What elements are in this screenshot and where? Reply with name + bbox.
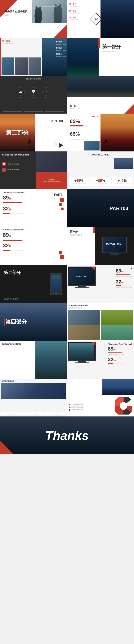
stat-box-1: +65% PLEASE REPORT TITLE HERE — [68, 177, 89, 186]
monitor-body: POWER POINT BS — [102, 237, 127, 256]
phone-bottom-text: 这里是填写你的标题内容 — [4, 298, 19, 300]
toc-right-photo — [101, 0, 134, 38]
runner-right — [104, 139, 108, 147]
slide11-label: PLEASE REPORT THIS HERE — [3, 191, 24, 193]
parts-grid: 请在此处填写副标题 请在此处填写副标题 请在此处填写副标题 — [1, 412, 66, 416]
bar89-fill — [3, 202, 22, 203]
section-labels-right: 第一部分 请在此处填写副标题 第二部分 请在此处填写副标题 第三部分 请在此处填… — [56, 41, 66, 58]
slide-part2-big: 第二部分 PART01 PLEASE REPORT TITLE HERE PAR… — [0, 114, 67, 152]
part01-box: 请在此处填写副标题 — [1, 412, 22, 416]
slide-section-thumbs: 第一部分 请在此处填写副标题 第一部分 请在此处填写副标题 第二部分 请在此处填… — [0, 38, 67, 76]
slide-part2-phone: 第二部分 这里是填写你的标题内容 — [0, 265, 67, 303]
stat-box-3: +40% PLEASE REPORT TITLE HERE — [112, 177, 133, 186]
red-accent-bar — [98, 38, 100, 48]
red-sq-2 — [59, 203, 62, 206]
bottom-labels — [3, 111, 64, 112]
thumb-row — [1, 58, 41, 75]
icon-wechat: 💬 微信 — [29, 88, 38, 98]
stat-box-2: +85% PLEASE REPORT TITLE HERE — [90, 177, 111, 186]
tiles-sub: 这里填写你的标题内容 — [69, 307, 82, 309]
monitor-left: POWER POINT — [68, 266, 96, 288]
slide13-bar89-fill — [3, 240, 22, 240]
landscape-small — [114, 158, 133, 169]
toc-item-1: 第一部分 请在此处填写副标题 — [69, 3, 91, 7]
please-add-title-2: 填写你的标题内容 — [2, 380, 14, 382]
monitor-area: POWER POINT BS — [95, 227, 134, 265]
monitor-body-r — [68, 342, 96, 361]
slide-stats-89-32-right: PLEASE REPORT THIS HERE 89% 32% + — [0, 227, 67, 265]
img-2 — [101, 310, 133, 324]
section-header: 第一部分 请在此处填写副标题 — [2, 40, 13, 44]
toc-item-3: 第二部分 请在此处填写副标题 — [69, 16, 91, 21]
bar1-bg — [70, 125, 85, 126]
bar32-r-fill — [116, 286, 121, 286]
red-sq-1 — [60, 198, 64, 202]
slide13-pct32: 32% — [3, 242, 11, 249]
red-tri-br — [125, 104, 134, 114]
your-title: YOUR TITLE HERE — [92, 154, 109, 156]
slide-content-right-img: 这里填写你的标题内容 — [0, 341, 67, 378]
plus-icon-r: + — [130, 266, 133, 270]
bar1-fill — [70, 125, 83, 126]
plus-icon: + — [62, 229, 64, 234]
slide-stats-sunset: 85% PLEASE REPORT THIS HERE 65% PLEASE R… — [67, 114, 134, 152]
slide13-bar89-bg — [3, 240, 24, 240]
icon-cloud: ☁ 微信 — [17, 88, 25, 98]
slide13-bar32-fill — [3, 250, 9, 251]
city-photo-bg — [67, 76, 134, 97]
runner-silhouette — [28, 139, 32, 148]
part4-red-bar — [4, 318, 5, 326]
monitor-base — [107, 255, 122, 256]
stats-right-area: 89% PLEASE REPORT THIS HERE 32% PLEASE R… — [116, 268, 132, 288]
bar32-bg — [3, 213, 24, 214]
part1-left-photo — [67, 38, 99, 76]
pie-chart — [115, 397, 132, 414]
small-landscape — [84, 141, 100, 150]
svg-point-3 — [120, 402, 127, 410]
slide-toc: 第一部分 请在此处填写副标题 第二部分 请在此处填写副标题 第二部分 请在此处填… — [67, 0, 134, 38]
slide-monitor-stats: POWER POINT 89% PLEASE REPORT THIS HERE … — [67, 265, 134, 303]
bar2-fill — [70, 138, 80, 138]
slide-step1-monitor: 第一步 请在此处填写副标题 POWER POINT BS — [67, 227, 134, 265]
bar89-r-bg — [116, 274, 132, 275]
monitor-stand-left — [78, 286, 86, 287]
screen-content: POWER POINT BS — [103, 237, 126, 252]
slide13-pct89: 89% — [3, 232, 11, 238]
wechat-icon: 💬 — [2, 162, 6, 166]
part03-box: 请在此处填写副标题 — [45, 412, 66, 416]
slide-part03-dark: PART03 — [67, 189, 134, 227]
part-label-bottom: 第一部分 请在此处填写副标题 — [70, 105, 80, 110]
img-3 — [68, 325, 100, 340]
image-grid — [68, 310, 133, 340]
img-4 — [101, 325, 133, 340]
legend-1: 这里填写你的标题内容 — [69, 404, 83, 405]
toc-diamond-area: 目录 — [92, 14, 101, 23]
legend-3: 这里填写你的标题内容 — [69, 409, 83, 411]
thanks-red-corner — [0, 441, 13, 454]
bar32-fill — [3, 213, 9, 214]
part4-title: 第四部分 — [5, 318, 27, 326]
monitor-base-r — [75, 362, 89, 363]
thumb-3 — [29, 58, 41, 75]
stat-89-r: 89% — [116, 268, 132, 274]
cover-title: 商务项目企划书模板 汇报人： — [5, 10, 27, 16]
slide13-bar32-bg — [3, 250, 24, 251]
part01-label: PART01 — [92, 116, 99, 118]
tiles-title: 这里是填写你的标题内容 — [69, 304, 88, 307]
red-triangle-br — [54, 24, 67, 38]
part1-right-content: 第一部分 请在此处填写副标题 — [102, 44, 121, 53]
slide-monitor-right: Please Add Your Title Here 89% PLEASE RE… — [67, 341, 134, 378]
red-left-bar — [0, 38, 1, 76]
top-img-area — [1, 384, 66, 399]
slide-content-tiles: 这里是填写你的标题内容 这里填写你的标题内容 — [67, 303, 134, 341]
monitor-screen-r — [69, 343, 94, 360]
slide-dark-icons: 请在这里填写您的标题内容 ☁ 微信 💬 微信 ♥ 微博 — [0, 76, 67, 114]
sunset-right-photo — [101, 114, 134, 152]
pie-legend: 这里填写你的标题内容 这里填写你的标题内容 这里填写你的标题内容 — [69, 404, 83, 411]
monitor-body-left: POWER POINT — [68, 266, 96, 286]
please-add-title: PLEASE ADD YOUR TITLE HERE — [2, 154, 29, 156]
screen-text: POWER POINT BS — [106, 242, 123, 248]
watermark: doxinyi.com — [63, 451, 71, 453]
monitor-red-corner — [92, 267, 95, 270]
red-sq-b2 — [59, 251, 62, 254]
